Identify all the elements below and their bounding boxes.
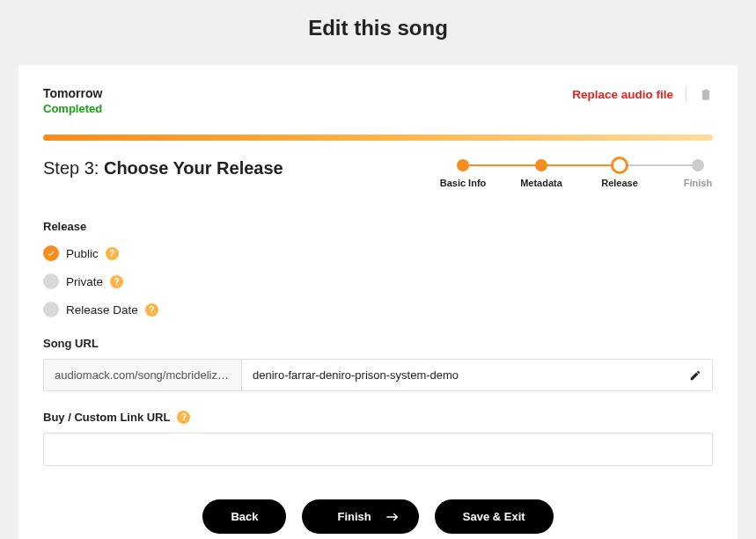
stepper-dot-metadata[interactable] <box>535 159 547 171</box>
check-icon <box>47 249 55 258</box>
radio-label-public: Public <box>66 247 99 260</box>
page-title: Edit this song <box>0 0 756 65</box>
radio-row-release-date[interactable]: Release Date ? <box>43 302 713 317</box>
help-icon[interactable]: ? <box>177 411 190 424</box>
release-radio-group: Public ? Private ? Release Date ? <box>43 245 713 317</box>
song-url-value-container: deniro-farrar-deniro-prison-system-demo <box>242 360 712 390</box>
buy-link-input[interactable] <box>43 433 713 466</box>
trash-icon[interactable] <box>699 87 713 101</box>
song-url-value: deniro-farrar-deniro-prison-system-demo <box>253 368 459 382</box>
release-section-label: Release <box>43 220 713 233</box>
step-title: Step 3: Choose Your Release <box>43 158 283 178</box>
step-name: Choose Your Release <box>104 158 283 178</box>
button-row: Back Finish Save & Exit <box>43 499 713 534</box>
stepper-line-2 <box>541 164 620 166</box>
progress-bar <box>43 135 713 141</box>
song-url-label-row: Song URL <box>43 337 713 350</box>
step-prefix: Step 3: <box>43 158 104 178</box>
header-actions: Replace audio file <box>572 86 713 102</box>
stepper-label-basic: Basic Info <box>440 178 487 188</box>
song-status: Completed <box>43 102 102 115</box>
finish-button-label: Finish <box>337 510 371 523</box>
stepper-line-3 <box>620 164 698 166</box>
radio-row-public[interactable]: Public ? <box>43 245 713 261</box>
stepper: Basic Info Metadata Release Finish <box>440 158 713 193</box>
song-meta: Tomorrow Completed <box>43 86 102 115</box>
arrow-right-icon <box>385 512 400 522</box>
save-exit-button[interactable]: Save & Exit <box>435 499 554 534</box>
buy-link-label: Buy / Custom Link URL <box>43 411 170 424</box>
back-button[interactable]: Back <box>202 499 286 534</box>
radio-row-private[interactable]: Private ? <box>43 273 713 289</box>
stepper-label-metadata: Metadata <box>520 178 562 188</box>
song-url-label: Song URL <box>43 337 99 350</box>
edit-card: Tomorrow Completed Replace audio file St… <box>18 65 738 539</box>
song-url-prefix: audiomack.com/song/mcbridelizab... <box>44 360 242 390</box>
stepper-dot-basic[interactable] <box>457 159 469 171</box>
radio-private[interactable] <box>43 273 59 289</box>
buy-link-label-row: Buy / Custom Link URL ? <box>43 411 713 424</box>
stepper-line-1 <box>463 164 541 166</box>
step-row: Step 3: Choose Your Release Basic Info M… <box>43 158 713 193</box>
pencil-icon[interactable] <box>689 369 701 382</box>
stepper-dot-release[interactable] <box>611 157 628 174</box>
radio-release-date[interactable] <box>43 302 59 317</box>
stepper-label-release: Release <box>601 178 638 188</box>
radio-label-private: Private <box>66 275 103 288</box>
song-name: Tomorrow <box>43 86 102 100</box>
stepper-label-finish: Finish <box>684 178 712 188</box>
radio-label-release-date: Release Date <box>66 303 138 317</box>
finish-button[interactable]: Finish <box>302 499 418 534</box>
divider <box>686 86 686 102</box>
card-header: Tomorrow Completed Replace audio file <box>43 86 713 115</box>
stepper-dot-finish[interactable] <box>692 159 704 171</box>
song-url-row: audiomack.com/song/mcbridelizab... denir… <box>43 359 713 391</box>
help-icon[interactable]: ? <box>145 303 158 317</box>
help-icon[interactable]: ? <box>110 275 123 288</box>
replace-audio-link[interactable]: Replace audio file <box>572 88 673 101</box>
radio-public[interactable] <box>43 245 59 261</box>
help-icon[interactable]: ? <box>106 247 119 260</box>
